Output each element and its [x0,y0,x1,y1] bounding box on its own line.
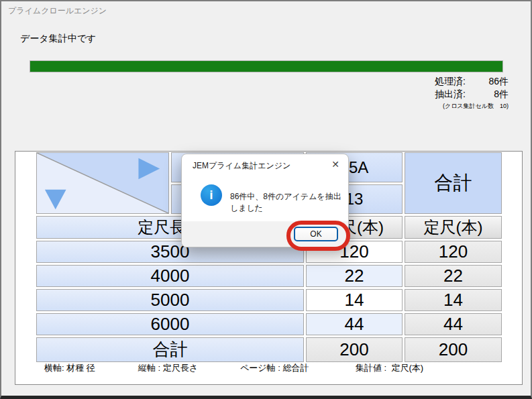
row-total: 44 [405,313,502,335]
row-label: 6000 [36,313,304,335]
table-row: 4000 22 22 [36,265,502,287]
extracted-value: 8件 [466,88,509,101]
extracted-label: 抽出済: [435,88,466,101]
progress-bar [30,60,503,72]
row-value: 22 [306,265,403,287]
pivot-corner-cell [36,152,169,214]
row-total: 14 [405,289,502,311]
app-window: プライムクロールエンジン データ集計中です 処理済: 86件 抽出済: 8件 (… [0,0,532,399]
extracted-counter: 抽出済: 8件 [435,88,509,101]
dialog-button-bar: OK [182,221,348,247]
total-value-column-header: 定尺(本) [405,216,502,239]
processed-counter: 処理済: 86件 [435,75,509,88]
status-counters: 処理済: 86件 抽出済: 8件 (クロス集計セル数 10) [435,75,509,111]
progress-bar-fill [30,61,502,72]
row-label: 合計 [36,337,304,362]
cross-tab-cells-note: (クロス集計セル数 10) [435,102,509,111]
row-total: 200 [405,337,502,362]
row-label: 5000 [36,289,304,311]
row-label: 4000 [36,265,304,287]
window-title: プライムクロールエンジン [8,5,107,17]
row-total: 120 [405,241,502,263]
row-value: 44 [306,313,403,335]
column-header-total: 合計 [405,152,502,214]
close-icon[interactable]: ✕ [331,159,339,170]
page-axis-note: ページ軸 : 総合計 [240,362,309,374]
aggregate-value-note: 集計値 : 定尺(本) [356,362,423,374]
corner-diagonal-graphic [37,153,168,213]
message-dialog: JEMプライム集計エンジン ✕ i 86件中、8件のアイテムを抽出しました OK [181,154,349,247]
ok-button[interactable]: OK [294,227,338,241]
aggregating-status-text: データ集計中です [20,33,96,45]
processed-label: 処理済: [435,75,466,88]
row-total: 22 [405,265,502,287]
dialog-message: 86件中、8件のアイテムを抽出しました [230,191,343,214]
table-row: 5000 14 14 [36,289,502,311]
table-row-grand-total: 合計 200 200 [36,337,502,362]
row-value: 14 [306,289,403,311]
row-value: 200 [306,337,403,362]
dialog-title: JEMプライム集計エンジン [193,160,290,172]
vertical-axis-note: 縦軸 : 定尺長さ [138,362,198,374]
table-row: 6000 44 44 [36,313,502,335]
info-icon: i [201,184,222,206]
horizontal-axis-note: 横軸: 材種 径 [44,362,95,374]
processed-value: 86件 [466,75,509,88]
